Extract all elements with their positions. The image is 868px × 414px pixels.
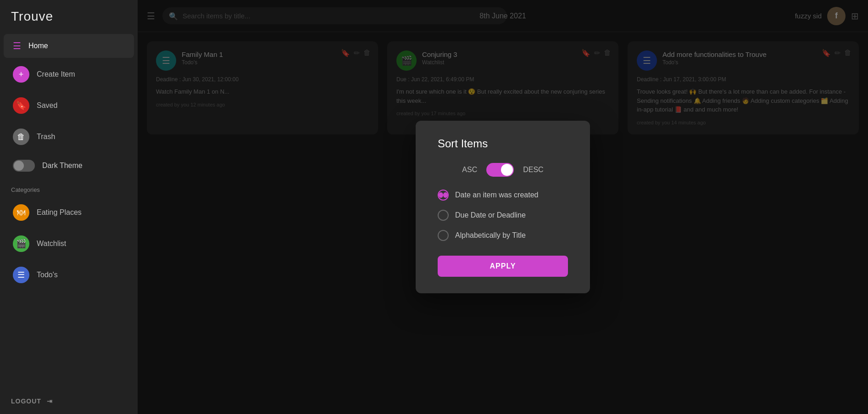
dark-theme-label: Dark Theme (42, 162, 83, 170)
app-logo: Trouve (0, 0, 138, 33)
sort-modal: Sort Items ASC DESC Date an item was cre… (416, 121, 590, 293)
sort-option-alphabetical-label: Alphabetically by Title (455, 231, 526, 240)
sort-option-due-date[interactable]: Due Date or Deadline (438, 210, 568, 221)
radio-due-date (438, 210, 449, 221)
radio-date-created (438, 190, 449, 201)
modal-overlay[interactable]: Sort Items ASC DESC Date an item was cre… (138, 0, 868, 414)
sidebar-item-todos[interactable]: ☰ Todo's (4, 260, 134, 290)
sidebar-item-home[interactable]: ☰ Home (4, 34, 134, 58)
sort-option-due-date-label: Due Date or Deadline (455, 211, 526, 219)
dark-theme-toggle[interactable] (13, 160, 35, 172)
modal-title: Sort Items (438, 137, 568, 150)
sort-option-date-created-label: Date an item was created (455, 191, 538, 199)
sidebar-trash-label: Trash (37, 133, 55, 141)
logout-label: LOGOUT (11, 397, 41, 405)
sidebar-todos-label: Todo's (37, 271, 58, 279)
home-icon: ☰ (13, 40, 21, 51)
sidebar-eating-label: Eating Places (37, 208, 82, 217)
eating-icon: 🍽 (13, 204, 29, 221)
main-content: ☰ 🔍 8th June 2021 fuzzy sid f ⊞ ☰ Family… (138, 0, 868, 414)
sidebar-home-label: Home (28, 42, 48, 50)
sort-direction-toggle[interactable] (486, 163, 514, 177)
sidebar-item-trash[interactable]: 🗑 Trash (4, 122, 134, 151)
asc-label: ASC (462, 166, 477, 174)
sidebar-item-eating[interactable]: 🍽 Eating Places (4, 198, 134, 227)
logout-button[interactable]: LOGOUT ⇥ (0, 388, 138, 414)
radio-alphabetical (438, 230, 449, 241)
saved-icon: 🔖 (13, 97, 29, 114)
sort-toggle-row: ASC DESC (438, 163, 568, 177)
sort-option-date-created[interactable]: Date an item was created (438, 190, 568, 201)
logout-icon: ⇥ (47, 397, 53, 405)
sidebar-item-watchlist[interactable]: 🎬 Watchlist (4, 229, 134, 258)
sidebar-create-label: Create Item (37, 70, 75, 78)
create-icon: + (13, 66, 29, 83)
sidebar-watchlist-label: Watchlist (37, 240, 66, 248)
dark-theme-toggle-row: Dark Theme (4, 153, 134, 178)
sidebar-saved-label: Saved (37, 101, 57, 110)
sort-options: Date an item was created Due Date or Dea… (438, 190, 568, 241)
sidebar-item-saved[interactable]: 🔖 Saved (4, 91, 134, 120)
apply-button[interactable]: APPLY (438, 256, 568, 277)
trash-icon: 🗑 (13, 129, 29, 145)
watchlist-icon: 🎬 (13, 235, 29, 252)
categories-heading: Categories (0, 179, 138, 197)
sidebar-item-create[interactable]: + Create Item (4, 60, 134, 89)
desc-label: DESC (523, 166, 543, 174)
sort-option-alphabetical[interactable]: Alphabetically by Title (438, 230, 568, 241)
sidebar: Trouve ☰ Home + Create Item 🔖 Saved 🗑 Tr… (0, 0, 138, 414)
todos-icon: ☰ (13, 267, 29, 283)
